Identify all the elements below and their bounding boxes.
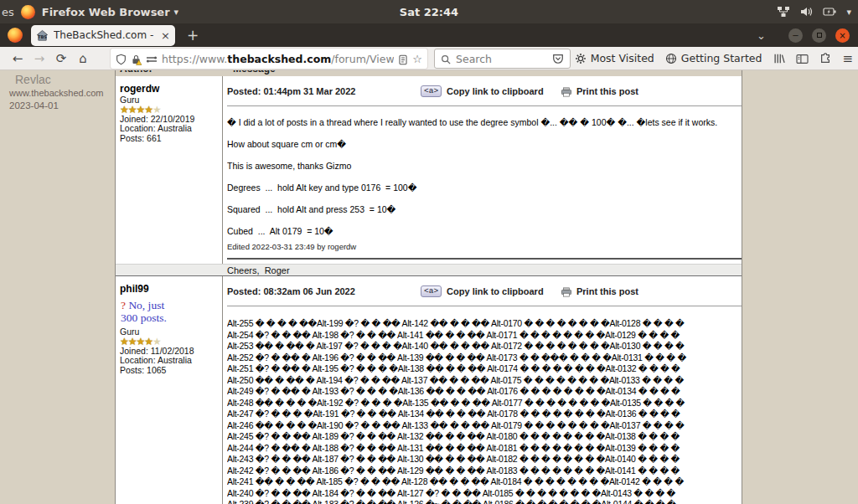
tab-close-icon[interactable]: ×: [161, 29, 170, 42]
watermark-site: www.thebackshed.com: [9, 88, 104, 98]
screen: es Firefox Web Browser ▾ Sat 22:44 ▾ TBS…: [0, 0, 858, 504]
search-icon: [441, 53, 451, 65]
shield-icon[interactable]: [116, 52, 127, 65]
watermark-date: 2023-04-01: [9, 100, 59, 111]
bookmark-getting-started[interactable]: Getting Started: [665, 52, 762, 65]
activities-label[interactable]: es: [2, 6, 14, 18]
post-body: Alt-255 � � � � ��Alt-199 �? � � �� Alt-…: [227, 318, 742, 504]
chevron-down-icon: ▾: [174, 7, 179, 18]
globe-icon: [665, 52, 677, 65]
back-button[interactable]: ←: [7, 51, 28, 66]
pocket-icon[interactable]: [552, 52, 564, 65]
window-maximize-button[interactable]: [812, 28, 826, 43]
system-menu-caret-icon[interactable]: ▾: [846, 7, 851, 18]
firefox-window-icon: [8, 28, 23, 43]
post-row-phil99: phil99 ? No, just300 posts. Guru ★★★★★ J…: [116, 276, 742, 504]
watermark-author: Revlac: [15, 73, 51, 86]
printer-icon: [561, 84, 572, 99]
user-location: Location: Australia: [120, 124, 218, 134]
user-location: Location: Australia: [120, 356, 218, 366]
signature: Cheers, Roger: [227, 265, 742, 275]
user-postcount: Posts: 1065: [120, 366, 218, 376]
bookmark-getting-started-label: Getting Started: [681, 52, 762, 64]
post-row-rogerdw: rogerdw Guru ★★★★★ Joined: 22/10/2019 Lo…: [116, 76, 742, 264]
posted-timestamp: Posted: 01:44pm 31 Mar 2022: [227, 86, 421, 96]
author-panel: rogerdw Guru ★★★★★ Joined: 22/10/2019 Lo…: [116, 76, 223, 264]
bookmark-most-visited[interactable]: Most Visited: [575, 52, 654, 65]
url-bar[interactable]: https://www.thebackshed.com/forum/ViewT …: [111, 49, 427, 69]
sidebar-icon[interactable]: [796, 52, 809, 64]
copy-link-button[interactable]: <a> Copy link to clipboard: [421, 85, 553, 97]
message-panel: Posted: 01:44pm 31 Mar 2022 <a> Copy lin…: [224, 76, 742, 264]
reload-button[interactable]: ⟳: [50, 51, 72, 66]
username[interactable]: rogerdw: [120, 83, 218, 95]
lock-warning-icon[interactable]: [131, 52, 142, 65]
rank-stars-icon: ★★★★★: [120, 337, 218, 347]
window-minimize-button[interactable]: −: [788, 28, 803, 43]
browser-tab[interactable]: TBS TheBackShed.com - Forum ×: [31, 25, 175, 46]
network-icon[interactable]: [777, 6, 790, 18]
tab-title: TheBackShed.com - Forum: [54, 29, 156, 41]
navigation-toolbar: ← → ⟳ ⌂ https://www.thebackshed.com/foru…: [0, 47, 858, 70]
extensions-icon[interactable]: [819, 52, 831, 65]
gear-icon: [575, 52, 587, 65]
print-post-button[interactable]: Print this post: [561, 284, 638, 299]
copy-link-button[interactable]: <a> Copy link to clipboard: [421, 285, 553, 297]
list-tabs-chevron-icon[interactable]: ⌄: [757, 29, 766, 42]
post-body: � I did a lot of posts in a thread where…: [227, 117, 742, 275]
forward-button[interactable]: →: [28, 51, 50, 66]
tab-bar: TBS TheBackShed.com - Forum × + ⌄ − ×: [0, 23, 858, 47]
site-favicon-icon: TBS: [36, 29, 49, 42]
edited-note: Edited 2022-03-31 23:49 by rogerdw: [227, 242, 742, 251]
permissions-icon[interactable]: [146, 53, 158, 65]
battery-icon[interactable]: [823, 7, 836, 17]
anchor-badge-icon: <a>: [421, 285, 442, 297]
rank-stars-icon: ★★★★★: [120, 105, 218, 115]
clock[interactable]: Sat 22:44: [400, 6, 458, 18]
firefox-logo-icon: [21, 5, 35, 19]
system-topbar: es Firefox Web Browser ▾ Sat 22:44 ▾: [0, 0, 858, 23]
print-post-button[interactable]: Print this post: [561, 84, 638, 99]
volume-icon[interactable]: [800, 6, 813, 18]
username[interactable]: phil99: [120, 283, 218, 295]
svg-text:TBS: TBS: [38, 33, 47, 39]
hamburger-menu-icon[interactable]: ≡: [842, 51, 853, 66]
message-column-header: Message: [233, 70, 276, 75]
bookmark-star-icon[interactable]: ☆: [412, 53, 422, 65]
search-bar[interactable]: Search: [434, 49, 571, 69]
forum-thread-table: Author Message rogerdw Guru ★★★★★ Joined…: [115, 70, 742, 504]
app-menu-label: Firefox Web Browser: [42, 6, 170, 18]
search-placeholder: Search: [456, 53, 492, 65]
reader-mode-icon[interactable]: [398, 53, 408, 65]
url-text[interactable]: https://www.thebackshed.com/forum/ViewT: [162, 53, 394, 65]
window-close-button[interactable]: ×: [835, 28, 850, 43]
bookmark-most-visited-label: Most Visited: [591, 52, 654, 64]
printer-icon: [561, 284, 572, 299]
home-button[interactable]: ⌂: [72, 51, 94, 66]
app-menu-button[interactable]: Firefox Web Browser ▾: [42, 6, 178, 18]
table-header-row: Author Message: [116, 70, 742, 76]
posted-timestamp: Posted: 08:32am 06 Jun 2022: [227, 286, 421, 296]
message-panel: Posted: 08:32am 06 Jun 2022 <a> Copy lin…: [224, 276, 742, 504]
page-content: Revlac www.thebackshed.com 2023-04-01 Au…: [0, 70, 858, 504]
library-icon[interactable]: [773, 52, 785, 65]
user-flair: ? No, just300 posts.: [121, 299, 218, 324]
user-postcount: Posts: 661: [120, 134, 218, 144]
author-column-header: Author: [120, 70, 152, 75]
author-panel: phil99 ? No, just300 posts. Guru ★★★★★ J…: [116, 276, 223, 504]
anchor-badge-icon: <a>: [421, 85, 442, 97]
new-tab-button[interactable]: +: [187, 27, 199, 44]
